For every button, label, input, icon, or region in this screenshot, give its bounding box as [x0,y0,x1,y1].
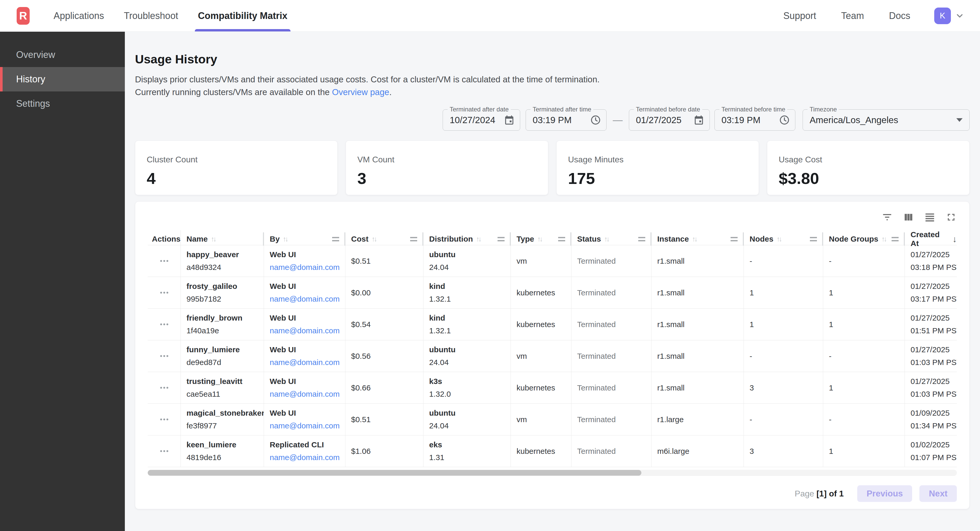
column-menu-icon[interactable] [810,237,817,241]
nodes-value: - [749,352,823,361]
column-header-type[interactable]: Type↑↓ [511,230,571,248]
sidebar-item-overview[interactable]: Overview [0,43,125,67]
table-footer: Page [1] of 1 Previous Next [148,485,957,502]
chevron-down-icon[interactable] [955,11,964,21]
clock-icon[interactable] [590,114,601,125]
tab-applications[interactable]: Applications [44,0,114,32]
cell-actions [148,245,181,277]
email-link[interactable]: name@domain.com [270,453,345,462]
cost-value: $0.51 [351,415,423,424]
column-menu-icon[interactable] [410,237,417,241]
cluster-id: fe3f8977 [186,422,264,430]
column-header-node_groups[interactable]: Node Groups↑↓ [823,230,905,248]
cell-name: happy_beaver a48d9324 [181,245,264,277]
row-actions-button[interactable] [158,289,171,296]
terminated-before-time-value[interactable]: 03:19 PM [721,115,779,125]
calendar-icon[interactable] [694,114,704,125]
tab-troubleshoot[interactable]: Troubleshoot [114,0,188,32]
table-header-row: ActionsName↑↓By↑↓Cost↑↓Distribution↑↓Typ… [148,230,957,245]
cell-instance: r1.small [652,372,744,403]
cell-cost: $0.00 [345,277,423,308]
terminated-after-time-value[interactable]: 03:19 PM [533,115,590,125]
column-label: Cost [351,235,369,243]
horizontal-scrollbar-thumb[interactable] [148,470,641,476]
row-actions-button[interactable] [158,352,171,360]
status-badge: Terminated [577,352,651,361]
email-link[interactable]: name@domain.com [270,295,345,303]
row-actions-button[interactable] [158,257,171,265]
column-header-actions[interactable]: Actions [148,230,181,248]
clock-icon[interactable] [779,114,790,125]
email-link[interactable]: name@domain.com [270,358,345,367]
fullscreen-icon[interactable] [945,211,957,223]
cell-actions [148,277,181,308]
status-badge: Terminated [577,257,651,265]
distribution-name: ubuntu [429,250,511,259]
column-menu-icon[interactable] [332,237,339,241]
cluster-name: happy_beaver [186,250,264,259]
email-link[interactable]: name@domain.com [270,326,345,335]
cluster-id: 1f40a19e [186,326,264,335]
email-link[interactable]: name@domain.com [270,390,345,398]
terminated-before-date-value[interactable]: 01/27/2025 [636,115,694,125]
nav-link-docs[interactable]: Docs [889,10,910,21]
cell-created-at: 01/27/2025 03:17 PM PST [905,277,957,308]
column-menu-icon[interactable] [892,237,899,241]
created-time: 01:03 PM PST [910,390,957,398]
table-row: trusting_leavitt cae5ea11 Web UI name@do… [148,372,957,404]
distribution-name: k3s [429,377,511,386]
dropdown-arrow-icon[interactable] [956,118,963,122]
column-header-instance[interactable]: Instance↑↓ [652,230,744,248]
column-header-distribution[interactable]: Distribution↑↓ [423,230,511,248]
next-page-button[interactable]: Next [920,485,957,502]
column-header-created_at[interactable]: Created At↓ [905,230,957,248]
avatar[interactable]: K [934,8,951,24]
row-actions-button[interactable] [158,448,171,455]
terminated-before-date-field[interactable]: Terminated before date 01/27/2025 [629,109,710,131]
sidebar-item-history[interactable]: History [0,67,125,92]
column-header-name[interactable]: Name↑↓ [181,230,264,248]
columns-icon[interactable] [903,211,914,223]
email-link[interactable]: name@domain.com [270,422,345,430]
column-menu-icon[interactable] [730,237,738,241]
column-label: Instance [657,235,689,243]
table-toolbar [148,211,957,223]
filter-icon[interactable] [881,211,893,223]
column-header-nodes[interactable]: Nodes↑↓ [744,230,823,248]
cell-created-at: 01/27/2025 01:03 PM PST [905,372,957,403]
nav-link-support[interactable]: Support [783,10,816,21]
row-actions-button[interactable] [158,321,171,328]
horizontal-scrollbar[interactable] [148,470,957,476]
column-menu-icon[interactable] [558,237,565,241]
tab-compatibility-matrix[interactable]: Compatibility Matrix [188,0,297,32]
overview-page-link[interactable]: Overview page [332,87,389,97]
status-badge: Terminated [577,384,651,392]
timezone-select[interactable]: Timezone America/Los_Angeles [803,109,970,131]
row-actions-button[interactable] [158,416,171,423]
column-label: Distribution [429,235,473,243]
column-header-by[interactable]: By↑↓ [264,230,345,248]
terminated-after-time-field[interactable]: Terminated after time 03:19 PM [526,109,606,131]
replicated-logo[interactable]: R [17,7,30,25]
column-menu-icon[interactable] [638,237,645,241]
row-actions-button[interactable] [158,384,171,391]
timezone-value[interactable]: America/Los_Angeles [810,115,956,125]
calendar-icon[interactable] [504,114,515,125]
table-row: keen_lumiere 4819de16 Replicated CLI nam… [148,435,957,467]
sidebar-item-settings[interactable]: Settings [0,92,125,116]
previous-page-button[interactable]: Previous [857,485,912,502]
cell-node-groups: 1 [823,435,905,467]
density-icon[interactable] [924,211,935,223]
column-header-status[interactable]: Status↑↓ [571,230,652,248]
cell-by: Web UI name@domain.com [264,309,345,340]
nodes-value: 3 [749,384,823,392]
terminated-after-date-field[interactable]: Terminated after date 10/27/2024 [443,109,520,131]
nav-link-team[interactable]: Team [841,10,864,21]
column-menu-icon[interactable] [498,237,504,241]
created-date: 01/27/2025 [910,377,957,386]
sort-icon: ↑↓ [604,235,609,243]
column-header-cost[interactable]: Cost↑↓ [345,230,423,248]
terminated-after-date-value[interactable]: 10/27/2024 [450,115,504,125]
email-link[interactable]: name@domain.com [270,263,345,272]
terminated-before-time-field[interactable]: Terminated before time 03:19 PM [714,109,795,131]
